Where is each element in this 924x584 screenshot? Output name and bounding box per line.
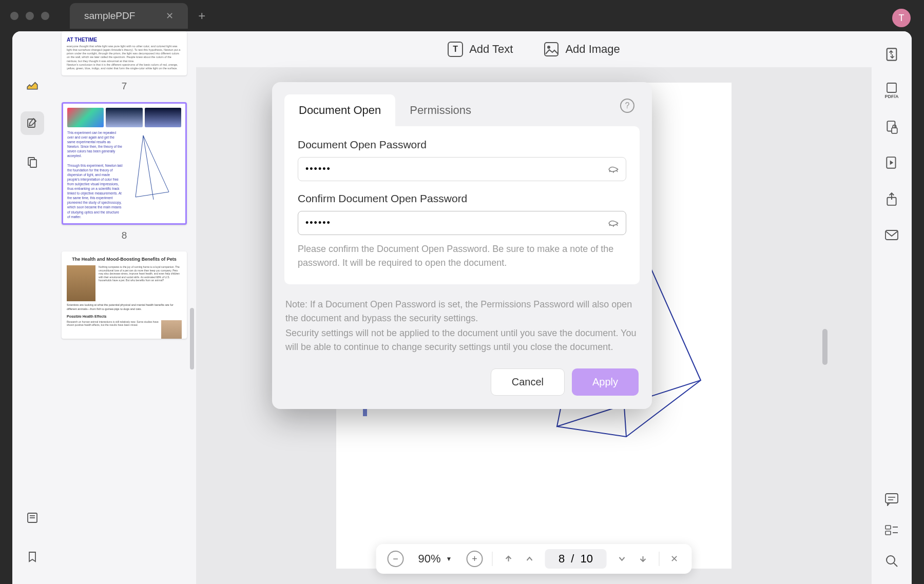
modal-overlay: Document Open Permissions ? Document Ope… [0,0,924,584]
security-modal: Document Open Permissions ? Document Ope… [272,82,652,409]
tab-document-open[interactable]: Document Open [284,94,395,126]
note-line-2: Security settings will not be applied to… [285,326,639,354]
confirm-help-text: Please confirm the Document Open Passwor… [298,242,626,270]
modal-footer: Cancel Apply [272,358,652,409]
confirm-password-label: Confirm Document Open Password [298,192,626,205]
toggle-password-visibility-icon[interactable] [608,165,619,173]
tab-permissions[interactable]: Permissions [395,94,486,126]
confirm-password-input[interactable] [298,211,626,235]
modal-note: Note: If a Document Open Password is set… [272,284,652,358]
cancel-button[interactable]: Cancel [491,368,565,396]
note-line-1: Note: If a Document Open Password is set… [285,298,639,325]
modal-content: Document Open Password Confirm Document … [284,126,640,284]
svg-line-29 [617,224,618,226]
toggle-confirm-visibility-icon[interactable] [608,219,619,227]
password-input[interactable] [298,157,626,181]
password-label: Document Open Password [298,139,626,151]
apply-button[interactable]: Apply [572,368,639,396]
help-icon[interactable]: ? [620,99,634,113]
modal-tabs: Document Open Permissions ? [272,82,652,126]
svg-line-26 [617,170,618,172]
